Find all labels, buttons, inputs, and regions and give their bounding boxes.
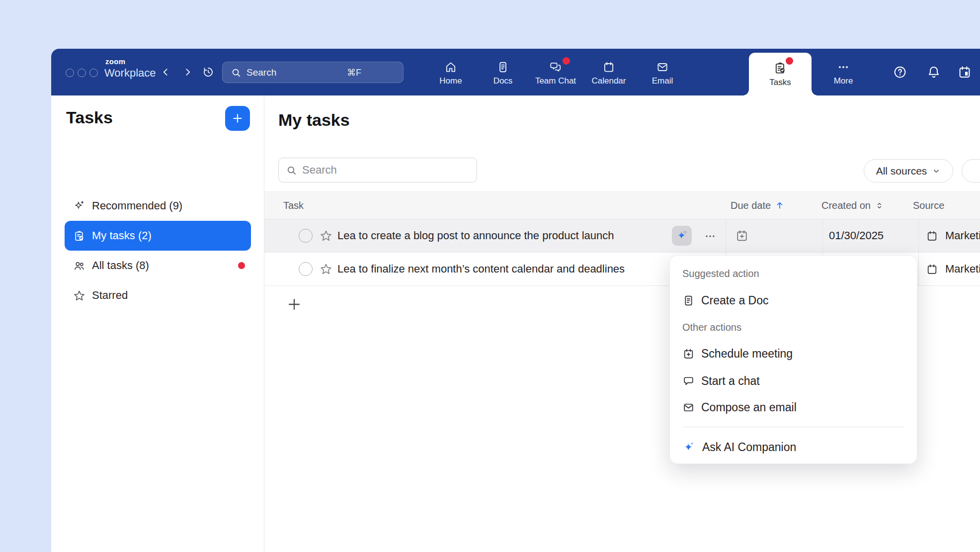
nav-more[interactable]: More bbox=[817, 54, 869, 92]
table-header: Task Due date Created on Source bbox=[264, 191, 980, 219]
global-search-placeholder: Search bbox=[246, 67, 347, 78]
source-calendar-icon bbox=[926, 230, 938, 242]
menu-section-label: Suggested action bbox=[682, 268, 759, 279]
nav-docs[interactable]: Docs bbox=[477, 54, 529, 92]
add-due-date-icon[interactable] bbox=[735, 229, 749, 243]
workplace-label: Workplace bbox=[104, 67, 156, 80]
task-search[interactable] bbox=[278, 158, 477, 183]
sidebar-item-recommended[interactable]: Recommended (9) bbox=[65, 191, 251, 221]
task-row-1[interactable]: Lea to create a blog post to announce th… bbox=[264, 219, 980, 253]
add-task-inline-button[interactable] bbox=[285, 295, 304, 314]
ai-companion-action-button[interactable] bbox=[672, 226, 692, 246]
history-icon bbox=[202, 66, 215, 79]
window-control-dot-3[interactable] bbox=[89, 69, 98, 77]
global-search[interactable]: Search ⌘F bbox=[222, 62, 404, 83]
sort-ascending-icon bbox=[775, 200, 785, 210]
search-shortcut: ⌘F bbox=[347, 67, 361, 78]
sidebar-title: Tasks bbox=[66, 108, 113, 127]
task-complete-toggle[interactable] bbox=[299, 229, 313, 243]
sidebar-item-starred[interactable]: Starred bbox=[65, 280, 251, 310]
nav-tasks-active-tab[interactable]: Tasks bbox=[749, 53, 812, 95]
row-more-actions-button[interactable] bbox=[702, 228, 719, 245]
nav-label: Calendar bbox=[592, 76, 626, 86]
ai-sparkle-icon bbox=[675, 229, 688, 242]
calendar-quick-button[interactable] bbox=[956, 64, 973, 81]
sidebar-item-all-tasks[interactable]: All tasks (8) bbox=[65, 251, 251, 280]
tasks-sidebar: Tasks Recommended (9) My tasks (2) All t… bbox=[51, 95, 264, 552]
ai-sparkle-icon bbox=[682, 441, 696, 454]
home-icon bbox=[444, 61, 457, 74]
nav-team-chat[interactable]: Team Chat bbox=[530, 54, 581, 92]
menu-item-label: Create a Doc bbox=[701, 294, 769, 307]
sources-filter-dropdown[interactable]: All sources bbox=[864, 159, 953, 183]
team-chat-badge bbox=[563, 57, 570, 65]
source-calendar-icon bbox=[926, 263, 938, 276]
window-control-dot-2[interactable] bbox=[78, 69, 86, 77]
chevron-left-icon bbox=[160, 67, 171, 78]
history-button[interactable] bbox=[201, 65, 216, 80]
my-tasks-icon bbox=[73, 230, 85, 242]
task-search-input[interactable] bbox=[302, 164, 451, 177]
forward-button[interactable] bbox=[180, 65, 195, 80]
screen: { "navbar": { "logo_top": "zoom", "logo_… bbox=[0, 0, 980, 552]
menu-item-compose-email[interactable]: Compose an email bbox=[675, 396, 912, 418]
source-value: Marketing bbox=[945, 219, 980, 252]
chevron-down-icon bbox=[932, 167, 941, 176]
nav-label: Tasks bbox=[769, 78, 791, 88]
nav-label: Home bbox=[439, 76, 462, 86]
sidebar-item-label: Recommended (9) bbox=[92, 199, 182, 212]
column-label: Source bbox=[913, 200, 944, 211]
menu-divider bbox=[682, 427, 904, 427]
tasks-icon bbox=[773, 61, 787, 75]
sidebar-item-my-tasks[interactable]: My tasks (2) bbox=[65, 221, 251, 251]
sidebar-item-label: Starred bbox=[92, 289, 128, 302]
docs-icon bbox=[496, 61, 509, 74]
source-value: Marketing bbox=[945, 253, 980, 285]
calendar-plus-icon bbox=[682, 348, 695, 360]
notifications-button[interactable] bbox=[925, 64, 942, 81]
task-complete-toggle[interactable] bbox=[299, 262, 313, 276]
help-button[interactable] bbox=[892, 64, 908, 81]
star-icon[interactable] bbox=[320, 263, 332, 276]
column-due-date[interactable]: Due date bbox=[731, 192, 785, 219]
calendar-date-icon bbox=[957, 65, 972, 80]
ellipsis-icon bbox=[705, 231, 716, 242]
column-label: Due date bbox=[731, 200, 771, 211]
email-icon bbox=[656, 61, 669, 74]
people-icon bbox=[73, 260, 85, 272]
window-control-dot-1[interactable] bbox=[66, 69, 74, 77]
add-task-button[interactable] bbox=[225, 106, 250, 131]
column-source[interactable]: Source bbox=[913, 192, 944, 219]
envelope-icon bbox=[682, 401, 695, 414]
menu-item-ask-ai-companion[interactable]: Ask AI Companion bbox=[675, 436, 912, 458]
column-created-on[interactable]: Created on bbox=[821, 192, 884, 219]
sort-both-icon bbox=[875, 201, 884, 210]
tasks-badge bbox=[786, 57, 793, 65]
column-task[interactable]: Task bbox=[283, 192, 304, 219]
ai-actions-menu: Suggested action Create a Doc Other acti… bbox=[669, 255, 917, 464]
task-title[interactable]: Lea to create a blog post to announce th… bbox=[337, 219, 614, 252]
nav-calendar[interactable]: Calendar bbox=[583, 54, 635, 92]
task-title[interactable]: Lea to finalize next month’s content cal… bbox=[337, 253, 625, 285]
nav-label: Email bbox=[652, 76, 673, 86]
clipped-filter-button[interactable] bbox=[962, 159, 980, 183]
nav-home[interactable]: Home bbox=[425, 54, 477, 92]
back-button[interactable] bbox=[158, 65, 173, 80]
zoom-wordmark: zoom bbox=[105, 57, 125, 66]
sidebar-item-label: All tasks (8) bbox=[92, 259, 149, 272]
nav-email[interactable]: Email bbox=[637, 54, 688, 92]
bell-icon bbox=[926, 65, 941, 80]
menu-item-label: Compose an email bbox=[701, 401, 797, 414]
menu-item-label: Schedule meeting bbox=[701, 347, 793, 361]
menu-item-create-doc[interactable]: Create a Doc bbox=[675, 289, 912, 311]
plus-icon bbox=[231, 112, 244, 125]
sparkle-icon bbox=[73, 200, 85, 212]
search-icon bbox=[231, 67, 242, 78]
chevron-right-icon bbox=[182, 67, 193, 78]
menu-item-start-chat[interactable]: Start a chat bbox=[675, 370, 912, 392]
app-window: zoom Workplace Search ⌘F Home Docs bbox=[51, 49, 980, 552]
menu-item-schedule-meeting[interactable]: Schedule meeting bbox=[675, 343, 912, 365]
more-icon bbox=[837, 61, 850, 74]
star-icon[interactable] bbox=[320, 229, 332, 242]
menu-item-label: Ask AI Companion bbox=[702, 441, 796, 454]
